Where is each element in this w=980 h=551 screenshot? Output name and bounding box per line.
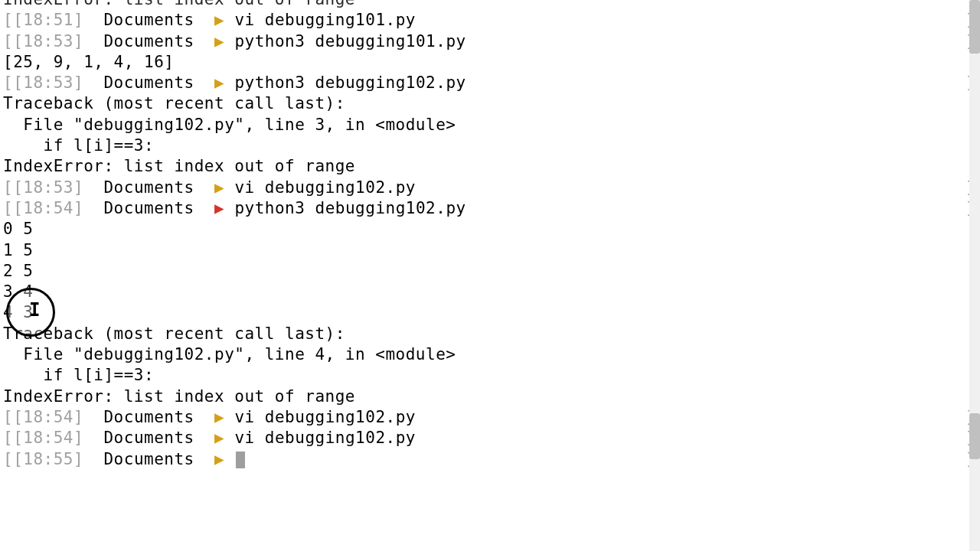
output-line: [25, 9, 1, 4, 16] [3,52,977,73]
prompt-time: [18:54] [13,429,83,447]
output-line: Traceback (most recent call last): [3,324,977,344]
scrollbar-thumb[interactable] [969,0,980,54]
output-line: File "debugging102.py", line 3, in <modu… [3,115,977,135]
prompt-arrow-icon: ▶ [214,199,224,217]
prompt-dir: Documents [103,199,194,217]
prompt-command: python3 debugging102.py [234,199,466,217]
prompt-line: [[18:53] Documents ▶ python3 debugging10… [3,73,977,93]
prompt-line: [[18:54] Documents ▶ vi debugging102.py] [3,407,977,428]
output-line: File "debugging102.py", line 4, in <modu… [3,344,977,365]
prompt-dir: Documents [103,32,194,51]
prompt-arrow-icon: ▶ [214,408,224,426]
prompt-time: [18:55] [13,450,83,468]
prompt-command: vi debugging102.py [234,178,416,197]
terminal-cursor[interactable] [236,452,245,468]
prompt-command: python3 debugging101.py [234,32,466,51]
scrollbar-thumb[interactable] [969,413,980,459]
prompt-open-bracket: [ [3,32,13,51]
prompt-time: [18:53] [13,178,83,197]
prompt-time: [18:53] [13,32,83,51]
prompt-open-bracket: [ [3,199,13,217]
prompt-line: [[18:55] Documents ▶ ] [3,449,977,470]
prompt-open-bracket: [ [3,73,13,92]
prompt-command: python3 debugging102.py [234,73,466,92]
output-line: 0 5 [3,219,977,240]
prompt-open-bracket: [ [3,429,13,447]
prompt-open-bracket: [ [3,408,13,426]
prompt-open-bracket: [ [3,450,13,468]
prompt-command: vi debugging102.py [234,408,416,426]
prompt-line: [[18:51] Documents ▶ vi debugging101.py] [3,10,977,31]
output-line: IndexError: list index out of range [3,156,977,177]
prompt-line: [[18:54] Documents ▶ vi debugging102.py] [3,428,977,448]
prompt-dir: Documents [103,73,194,92]
output-line: if l[i]==3: [3,365,977,386]
output-line: 3 4 [3,282,977,302]
prompt-time: [18:51] [13,11,83,29]
prompt-arrow-icon: ▶ [214,450,224,468]
prompt-line: [[18:53] Documents ▶ vi debugging102.py] [3,178,977,198]
output-line: if l[i]==3: [3,135,977,156]
output-line: 4 3 [3,302,977,323]
prompt-open-bracket: [ [3,11,13,29]
prompt-dir: Documents [103,450,194,468]
output-line: 1 5 [3,240,977,261]
prompt-arrow-icon: ▶ [214,429,224,447]
prompt-command: vi debugging102.py [234,429,416,447]
prompt-arrow-icon: ▶ [214,178,224,197]
prompt-open-bracket: [ [3,178,13,197]
prompt-time: [18:53] [13,73,83,92]
output-line: 2 5 [3,261,977,282]
prompt-arrow-icon: ▶ [214,73,224,92]
prompt-dir: Documents [103,429,194,447]
prompt-dir: Documents [103,178,194,197]
prompt-time: [18:54] [13,199,83,217]
prompt-arrow-icon: ▶ [214,11,224,29]
output-line: Traceback (most recent call last): [3,93,977,114]
prompt-dir: Documents [103,408,194,426]
prompt-dir: Documents [103,11,194,29]
output-line: IndexError: list index out of range [3,386,977,407]
prompt-time: [18:54] [13,408,83,426]
output-line: IndexError: list index out of range [3,0,977,10]
prompt-line: [[18:54] Documents ▶ python3 debugging10… [3,198,977,219]
prompt-command: vi debugging101.py [234,11,416,29]
scrollbar-track[interactable] [969,0,980,551]
prompt-line: [[18:53] Documents ▶ python3 debugging10… [3,31,977,52]
prompt-arrow-icon: ▶ [214,32,224,51]
terminal-output[interactable]: IndexError: list index out of range[[18:… [3,0,977,470]
